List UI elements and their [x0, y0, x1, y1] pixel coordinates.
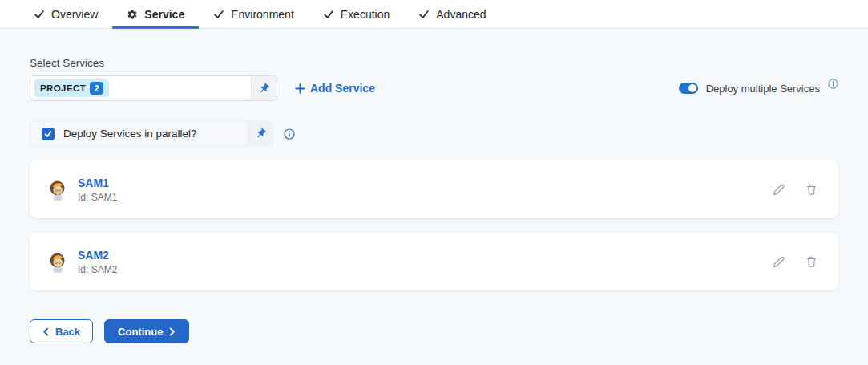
pin-button[interactable]: [252, 76, 277, 100]
parallel-deploy-row: Deploy Services in parallel?: [30, 120, 273, 147]
continue-button[interactable]: Continue: [104, 319, 189, 343]
gear-icon: [127, 9, 138, 20]
tab-label: Advanced: [436, 8, 486, 21]
tab-execution[interactable]: Execution: [309, 0, 404, 28]
service-name-link[interactable]: SAM2: [78, 249, 117, 262]
pin-icon: [252, 125, 268, 142]
wizard-tab-bar: Overview Service Environment Execution A…: [0, 0, 868, 29]
parallel-checkbox[interactable]: [42, 128, 55, 140]
edit-button[interactable]: [773, 255, 785, 268]
chevron-right-icon: [168, 327, 176, 336]
add-service-button[interactable]: Add Service: [295, 82, 375, 95]
chip-count-badge: 2: [90, 82, 103, 95]
service-select-row: PROJECT 2 Add Service Deploy multiple Se…: [30, 75, 838, 101]
trash-icon: [805, 255, 818, 268]
service-id: Id: SAM2: [78, 264, 117, 275]
check-icon: [323, 9, 334, 20]
service-card-sam2: SAM2 Id: SAM2: [30, 233, 838, 290]
check-icon: [418, 9, 430, 20]
check-icon: [213, 9, 224, 20]
service-step-content: Select Services PROJECT 2 Add Service De…: [0, 57, 868, 343]
card-actions: [773, 183, 818, 196]
continue-button-label: Continue: [118, 326, 163, 338]
tab-label: Service: [144, 8, 184, 21]
tab-service[interactable]: Service: [112, 0, 199, 28]
tab-label: Overview: [51, 8, 98, 21]
card-actions: [773, 255, 818, 268]
parallel-checkbox-field[interactable]: Deploy Services in parallel?: [30, 120, 248, 147]
deploy-multiple-label: Deploy multiple Services: [706, 83, 820, 95]
service-card-text: SAM2 Id: SAM2: [78, 249, 117, 275]
service-name-link[interactable]: SAM1: [78, 176, 117, 189]
wizard-footer: Back Continue: [30, 319, 838, 343]
pin-button[interactable]: [248, 128, 273, 140]
service-avatar-icon: [49, 179, 67, 201]
edit-button[interactable]: [773, 183, 785, 196]
back-button-label: Back: [55, 326, 80, 338]
tab-advanced[interactable]: Advanced: [404, 0, 500, 28]
back-button[interactable]: Back: [30, 319, 93, 343]
deploy-multiple-toggle[interactable]: [679, 83, 698, 94]
tab-overview[interactable]: Overview: [19, 0, 112, 28]
pencil-icon: [773, 183, 785, 196]
selected-project-chip[interactable]: PROJECT 2: [34, 79, 109, 97]
trash-icon: [805, 183, 818, 196]
plus-icon: [295, 83, 305, 94]
service-avatar-icon: [49, 251, 67, 273]
tab-label: Execution: [341, 8, 390, 21]
info-icon[interactable]: [828, 79, 838, 89]
chip-label: PROJECT: [40, 83, 86, 93]
service-id: Id: SAM1: [78, 192, 117, 203]
info-icon[interactable]: [284, 128, 295, 140]
delete-button[interactable]: [805, 183, 818, 196]
service-card-sam1: SAM1 Id: SAM1: [30, 160, 838, 218]
delete-button[interactable]: [805, 255, 818, 268]
tab-environment[interactable]: Environment: [199, 0, 309, 28]
chevron-left-icon: [42, 327, 50, 336]
service-card-text: SAM1 Id: SAM1: [78, 176, 117, 203]
check-icon: [44, 130, 52, 138]
check-icon: [34, 9, 45, 20]
toggle-knob: [688, 84, 696, 92]
service-multiselect[interactable]: PROJECT 2: [30, 75, 277, 101]
pin-icon: [256, 79, 273, 96]
service-select-input[interactable]: PROJECT 2: [30, 76, 252, 100]
add-service-label: Add Service: [310, 82, 375, 95]
select-services-label: Select Services: [30, 57, 838, 69]
tab-label: Environment: [231, 8, 294, 21]
parallel-checkbox-label: Deploy Services in parallel?: [63, 128, 197, 140]
pencil-icon: [773, 255, 785, 268]
deploy-multiple-group: Deploy multiple Services: [679, 83, 838, 95]
